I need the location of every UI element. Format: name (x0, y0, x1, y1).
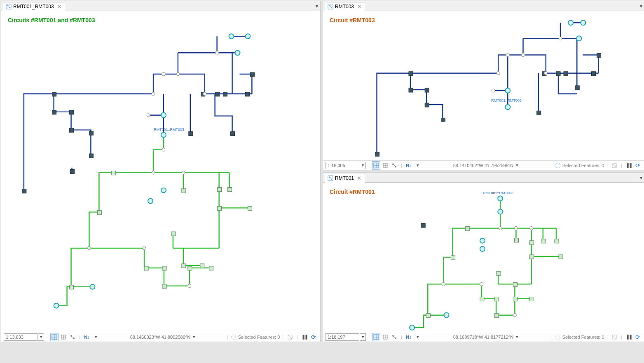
north-arrow-icon[interactable]: N↕ (405, 161, 413, 170)
svg-rect-130 (555, 239, 559, 243)
svg-rect-66 (162, 266, 166, 270)
tabbar: RMT003 ✕ ▾ (323, 1, 644, 11)
coords-dropdown-icon[interactable]: ▾ (193, 334, 195, 340)
tabbar: RMT001_RMT003 ✕ ▾ (1, 1, 320, 11)
snap-grid-icon[interactable] (50, 333, 59, 341)
chevron-down-icon[interactable]: ▾ (638, 3, 644, 9)
svg-rect-51 (70, 128, 74, 133)
clear-selected-icon[interactable] (610, 333, 618, 341)
scale-input[interactable]: 1:18,197 (326, 333, 359, 341)
grid-icon[interactable] (381, 333, 389, 341)
close-icon[interactable]: ✕ (57, 4, 61, 9)
svg-rect-128 (530, 241, 534, 245)
chevron-down-icon[interactable]: ▾ (92, 333, 100, 341)
grid-icon[interactable] (59, 333, 68, 341)
diagram-icon (328, 175, 333, 181)
tab-label: RMT003 (335, 4, 354, 9)
snap-grid-icon[interactable] (372, 161, 380, 170)
svg-rect-54 (70, 170, 75, 174)
svg-point-137 (513, 314, 516, 317)
svg-point-139 (514, 227, 518, 230)
svg-rect-59 (189, 132, 193, 136)
svg-rect-9 (441, 118, 445, 122)
tab-rmt001[interactable]: RMT001 ✕ (325, 174, 365, 183)
selection-icon (555, 334, 561, 340)
svg-rect-62 (70, 285, 74, 289)
snap-icon[interactable] (68, 333, 77, 341)
svg-point-94 (245, 34, 250, 39)
north-arrow-icon[interactable]: N↕ (405, 333, 413, 341)
svg-point-20 (544, 72, 548, 75)
scale-dropdown[interactable]: ▾ (360, 162, 366, 169)
svg-rect-67 (162, 284, 166, 289)
close-icon[interactable]: ✕ (357, 4, 361, 9)
close-icon[interactable]: ✕ (357, 175, 361, 181)
svg-rect-53 (89, 154, 93, 158)
canvas-combined[interactable]: Circuits #RMT001 and #RMT003 RMT001::RMT… (1, 11, 320, 332)
scale-input[interactable]: 1:13,633 (4, 333, 37, 341)
coords-dropdown-icon[interactable]: ▾ (516, 163, 518, 168)
refresh-icon[interactable]: ⟳ (634, 161, 642, 170)
snap-icon[interactable] (390, 161, 398, 170)
pause-icon[interactable]: ❚❚ (625, 161, 633, 170)
scale-dropdown[interactable]: ▾ (38, 333, 44, 341)
tabbar: RMT001 ✕ ▾ (323, 173, 644, 183)
tab-label: RMT001 (335, 175, 354, 181)
svg-rect-68 (188, 266, 192, 270)
svg-point-82 (215, 51, 219, 54)
svg-point-23 (505, 88, 510, 93)
svg-point-140 (530, 227, 533, 230)
svg-rect-52 (89, 131, 93, 135)
svg-rect-16 (597, 54, 601, 58)
svg-point-142 (498, 209, 503, 214)
refresh-icon[interactable]: ⟳ (309, 333, 318, 341)
svg-rect-132 (559, 255, 563, 259)
pause-icon[interactable]: ❚❚ (300, 333, 309, 341)
panel-rmt003: RMT003 ✕ ▾ Circuit #RMT003 RMT001::RMT00… (323, 1, 644, 170)
selection-icon (555, 163, 561, 168)
svg-point-21 (559, 37, 562, 40)
pause-icon[interactable]: ❚❚ (625, 333, 633, 341)
svg-line-113 (288, 335, 292, 339)
grid-icon[interactable] (381, 161, 389, 170)
snap-icon[interactable] (390, 333, 398, 341)
svg-rect-71 (200, 264, 204, 268)
svg-rect-129 (541, 239, 546, 243)
svg-line-3 (330, 5, 331, 7)
refresh-icon[interactable]: ⟳ (634, 333, 642, 341)
svg-point-93 (229, 34, 234, 39)
canvas-rmt001[interactable]: Circuit #RMT001 RMT001::RMT003 (323, 183, 644, 332)
svg-rect-49 (52, 110, 56, 114)
chevron-down-icon[interactable]: ▾ (414, 161, 422, 170)
svg-rect-14 (537, 111, 541, 115)
north-arrow-icon[interactable]: N↕ (83, 333, 91, 341)
svg-point-145 (480, 247, 485, 251)
svg-rect-40 (556, 163, 560, 168)
svg-rect-122 (480, 297, 484, 301)
svg-point-98 (148, 198, 153, 203)
canvas-rmt003[interactable]: Circuit #RMT003 RMT001::RMT003 (323, 11, 644, 160)
svg-rect-76 (248, 206, 252, 210)
svg-point-83 (147, 114, 150, 117)
snap-grid-icon[interactable] (372, 333, 380, 341)
statusbar: 1:18,197 ▾ · | N↕ ▾ 88.1689718°W 41.8177… (323, 332, 644, 342)
chevron-down-icon[interactable]: ▾ (638, 175, 644, 181)
chevron-down-icon[interactable]: ▾ (414, 333, 422, 341)
svg-rect-70 (182, 264, 186, 268)
svg-line-46 (8, 5, 9, 7)
scale-dropdown[interactable]: ▾ (360, 333, 366, 341)
clear-selected-icon[interactable] (610, 161, 618, 170)
chevron-down-icon[interactable]: ▾ (314, 3, 320, 9)
svg-rect-12 (564, 72, 568, 76)
svg-line-42 (613, 164, 616, 167)
coords-dropdown-icon[interactable]: ▾ (516, 334, 518, 340)
svg-rect-61 (250, 72, 254, 77)
svg-rect-133 (496, 271, 501, 275)
clear-selected-icon[interactable] (286, 333, 294, 341)
tab-combined[interactable]: RMT001_RMT003 ✕ (3, 2, 65, 11)
svg-rect-75 (218, 206, 222, 210)
svg-point-25 (576, 36, 581, 41)
diagram-svg (323, 11, 644, 160)
scale-input[interactable]: 1:16,005 (326, 162, 359, 169)
tab-rmt003[interactable]: RMT003 ✕ (325, 2, 365, 11)
